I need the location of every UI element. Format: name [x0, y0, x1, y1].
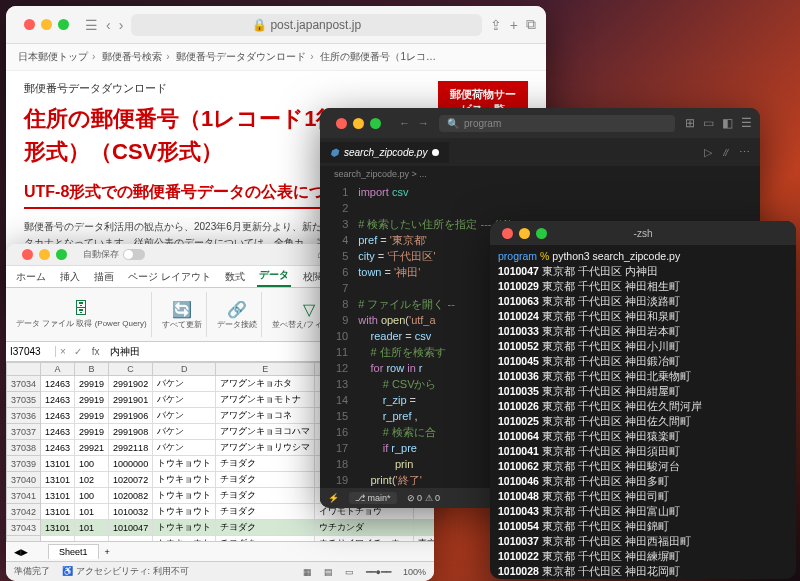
- editor-tab[interactable]: ⬢ search_zipcode.py: [320, 142, 449, 163]
- cell[interactable]: 101: [75, 504, 109, 520]
- column-header[interactable]: D: [153, 363, 216, 376]
- sidebar-icon[interactable]: ☰: [85, 17, 98, 33]
- share-icon[interactable]: ⇪: [490, 17, 502, 33]
- autosave-toggle[interactable]: 自動保存: [83, 248, 145, 261]
- cell[interactable]: トウキョウト: [153, 520, 216, 536]
- cell[interactable]: 1010047: [109, 520, 153, 536]
- row-header[interactable]: 37041: [7, 488, 41, 504]
- customize-icon[interactable]: ☰: [741, 116, 752, 130]
- row-header[interactable]: 37040: [7, 472, 41, 488]
- cancel-icon[interactable]: ×: [56, 346, 70, 357]
- view-break-icon[interactable]: ▭: [345, 567, 354, 577]
- cell[interactable]: 1010032: [109, 504, 153, 520]
- cell[interactable]: チヨダク: [216, 520, 315, 536]
- column-header[interactable]: E: [216, 363, 315, 376]
- cell[interactable]: バケン: [153, 440, 216, 456]
- add-sheet-icon[interactable]: +: [105, 547, 110, 557]
- cell[interactable]: 101: [75, 520, 109, 536]
- cell[interactable]: バケン: [153, 392, 216, 408]
- zoom-level[interactable]: 100%: [403, 567, 426, 577]
- row-header[interactable]: 37036: [7, 408, 41, 424]
- ribbon-tab[interactable]: ホーム: [14, 267, 48, 287]
- cell[interactable]: トウキョウト: [153, 504, 216, 520]
- prev-sheet-icon[interactable]: ◀: [14, 547, 21, 557]
- cell[interactable]: 13101: [41, 456, 75, 472]
- command-search[interactable]: 🔍program: [439, 115, 675, 132]
- cell[interactable]: アワグンキョホタ: [216, 376, 315, 392]
- row-header[interactable]: 37039: [7, 456, 41, 472]
- cell[interactable]: チヨダク: [216, 488, 315, 504]
- cell[interactable]: 13101: [41, 472, 75, 488]
- cell[interactable]: アワグンキョヨコハマ: [216, 424, 315, 440]
- run-icon[interactable]: ▷: [704, 146, 712, 159]
- sidebar-icon[interactable]: ◧: [722, 116, 733, 130]
- view-layout-icon[interactable]: ▤: [324, 567, 333, 577]
- cell[interactable]: 12463: [41, 440, 75, 456]
- cell[interactable]: ウチカンダ: [315, 520, 414, 536]
- layout-icon[interactable]: ⊞: [685, 116, 695, 130]
- cell[interactable]: アワグンキョリウシマ: [216, 440, 315, 456]
- cell[interactable]: チヨダク: [216, 456, 315, 472]
- cell[interactable]: トウキョウト: [153, 472, 216, 488]
- window-controls[interactable]: [14, 249, 75, 260]
- row-header[interactable]: 37034: [7, 376, 41, 392]
- window-controls[interactable]: [328, 118, 389, 129]
- ribbon-tab[interactable]: データ: [257, 265, 291, 287]
- cell[interactable]: 2991902: [109, 376, 153, 392]
- cell[interactable]: 1000000: [109, 456, 153, 472]
- row-header[interactable]: 37037: [7, 424, 41, 440]
- new-tab-icon[interactable]: +: [510, 17, 518, 33]
- back-icon[interactable]: ←: [399, 117, 410, 129]
- table-row[interactable]: 37043131011011010047トウキョウトチヨダクウチカンダ内神…: [7, 520, 435, 536]
- breadcrumb[interactable]: search_zipcode.py > ...: [320, 166, 760, 182]
- breadcrumb-link[interactable]: 郵便番号データダウンロード: [176, 51, 306, 62]
- ribbon-tab[interactable]: ページ レイアウト: [126, 267, 213, 287]
- cell[interactable]: [414, 520, 434, 536]
- terminal-body[interactable]: program % python3 search_zipcode.py 1010…: [490, 245, 796, 579]
- cell[interactable]: 2991906: [109, 408, 153, 424]
- cell[interactable]: 1020072: [109, 472, 153, 488]
- cell[interactable]: 2991901: [109, 392, 153, 408]
- name-box[interactable]: I37043: [6, 346, 56, 357]
- cell[interactable]: チヨダク: [216, 472, 315, 488]
- address-bar[interactable]: 🔒 post.japanpost.jp: [131, 14, 481, 36]
- accept-icon[interactable]: ✓: [70, 346, 86, 357]
- cell[interactable]: 13101: [41, 520, 75, 536]
- column-header[interactable]: [7, 363, 41, 376]
- ribbon-get-data[interactable]: 🗄データ ファイル 取得 (Power Query): [12, 292, 152, 337]
- cell[interactable]: 13101: [41, 488, 75, 504]
- cell[interactable]: 102: [75, 472, 109, 488]
- code-line[interactable]: import csv: [358, 184, 760, 200]
- cell[interactable]: 1020082: [109, 488, 153, 504]
- window-controls[interactable]: [16, 19, 77, 30]
- cell[interactable]: 29919: [75, 392, 109, 408]
- column-header[interactable]: C: [109, 363, 153, 376]
- back-icon[interactable]: ‹: [106, 17, 111, 33]
- panel-icon[interactable]: ▭: [703, 116, 714, 130]
- sheet-tab[interactable]: Sheet1: [48, 544, 99, 559]
- row-header[interactable]: 37038: [7, 440, 41, 456]
- window-controls[interactable]: [494, 228, 555, 239]
- column-header[interactable]: A: [41, 363, 75, 376]
- forward-icon[interactable]: ›: [119, 17, 124, 33]
- cell[interactable]: 29921: [75, 440, 109, 456]
- tabs-icon[interactable]: ⧉: [526, 16, 536, 33]
- zoom-slider[interactable]: ━━●━━: [366, 567, 391, 577]
- cell[interactable]: 2991908: [109, 424, 153, 440]
- cell[interactable]: 12463: [41, 376, 75, 392]
- cell[interactable]: トウキョウト: [153, 456, 216, 472]
- code-line[interactable]: [358, 200, 760, 216]
- remote-icon[interactable]: ⚡: [328, 493, 339, 503]
- more-icon[interactable]: ⋯: [739, 146, 750, 159]
- ribbon-connections[interactable]: 🔗データ接続: [213, 292, 262, 337]
- view-normal-icon[interactable]: ▦: [303, 567, 312, 577]
- cell[interactable]: バケン: [153, 376, 216, 392]
- cell[interactable]: 13101: [41, 504, 75, 520]
- cell[interactable]: 12463: [41, 392, 75, 408]
- forward-icon[interactable]: →: [418, 117, 429, 129]
- cell[interactable]: アワグンキョコネ: [216, 408, 315, 424]
- breadcrumb-link[interactable]: 郵便番号検索: [102, 51, 162, 62]
- breadcrumb-link[interactable]: 日本郵便トップ: [18, 51, 88, 62]
- split-icon[interactable]: ⫽: [720, 146, 731, 159]
- cell[interactable]: バケン: [153, 424, 216, 440]
